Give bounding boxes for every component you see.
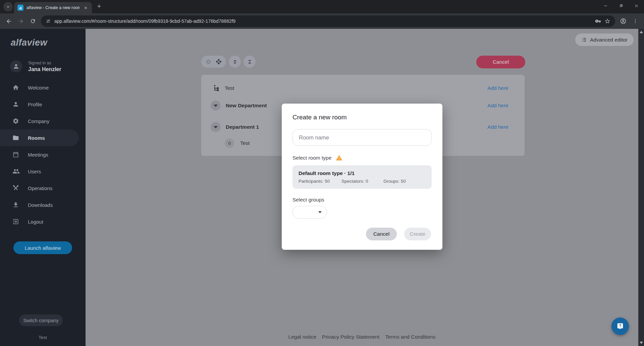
gear-icon bbox=[12, 118, 20, 124]
person-icon bbox=[13, 63, 19, 70]
browser-tabstrip: a alfaview - Create a new room bbox=[0, 0, 644, 13]
folder-icon bbox=[12, 134, 20, 141]
download-icon bbox=[12, 201, 20, 208]
window-restore-button[interactable] bbox=[613, 0, 629, 11]
sidebar-item-label: Rooms bbox=[28, 135, 45, 141]
room-name-input[interactable] bbox=[292, 129, 432, 146]
home-icon bbox=[12, 84, 20, 91]
groups-stat: Groups: 50 bbox=[383, 179, 406, 184]
window-controls bbox=[598, 0, 644, 11]
window-close-button[interactable] bbox=[629, 0, 644, 11]
list-icon bbox=[581, 37, 587, 43]
sidebar-item-label: Downloads bbox=[28, 202, 53, 208]
alfaview-logo: alfaview bbox=[11, 38, 47, 48]
advanced-editor-label: Advanced editor bbox=[590, 37, 628, 43]
company-name: Test bbox=[0, 335, 86, 340]
back-button[interactable] bbox=[3, 15, 15, 27]
user-avatar bbox=[10, 60, 22, 72]
terms-link[interactable]: Terms and Conditions bbox=[385, 334, 436, 340]
alfaview-favicon: a bbox=[17, 5, 23, 11]
browser-profile-button[interactable] bbox=[617, 15, 629, 27]
launch-alfaview-button[interactable]: Launch alfaview bbox=[13, 241, 72, 254]
dialog-actions: Cancel Create bbox=[366, 228, 431, 240]
switch-company-button[interactable]: Switch company bbox=[19, 314, 63, 326]
participants-stat: Participants: 50 bbox=[299, 179, 341, 184]
sidebar-item-profile[interactable]: Profile bbox=[0, 96, 79, 113]
tab-close-icon[interactable] bbox=[83, 5, 89, 11]
participant-count-badge: 0 bbox=[225, 138, 234, 148]
chevron-down-icon bbox=[214, 126, 218, 128]
calendar-icon bbox=[12, 151, 20, 158]
site-info-icon[interactable] bbox=[46, 18, 51, 24]
scroll-up-arrow[interactable] bbox=[640, 31, 643, 33]
privacy-policy-link[interactable]: Privacy Policy Statement bbox=[322, 334, 379, 340]
footer-links: Legal notice Privacy Policy Statement Te… bbox=[86, 334, 638, 340]
forward-button[interactable] bbox=[15, 15, 27, 27]
tree-toolbar bbox=[201, 56, 256, 68]
plus-icon bbox=[97, 4, 102, 9]
dialog-cancel-button[interactable]: Cancel bbox=[366, 228, 397, 240]
tree-root-label: Test bbox=[225, 85, 234, 91]
sidebar-item-welcome[interactable]: Welcome bbox=[0, 79, 79, 96]
url-text: app.alfaview.com/#/room-structure/add/ro… bbox=[54, 18, 592, 24]
groups-dropdown[interactable] bbox=[292, 206, 327, 219]
room-structure-editor: Advanced editor Cancel Test Add here bbox=[86, 29, 638, 346]
dialog-create-button[interactable]: Create bbox=[404, 228, 431, 240]
sidebar-item-label: Meetings bbox=[28, 152, 48, 158]
collapse-department-button[interactable] bbox=[211, 122, 221, 132]
sidebar-item-label: Company bbox=[28, 118, 49, 124]
move-icon[interactable] bbox=[216, 59, 222, 65]
collapse-all-button[interactable] bbox=[244, 56, 256, 68]
tree-toolbar-pill bbox=[201, 56, 226, 68]
page: alfaview Signed in as Jana Henzler Welco… bbox=[0, 29, 644, 346]
reload-button[interactable] bbox=[27, 15, 39, 27]
sidebar-item-logout[interactable]: Logout bbox=[0, 213, 79, 230]
window-minimize-button[interactable] bbox=[598, 0, 613, 11]
svg-text:?: ? bbox=[619, 324, 621, 328]
bookmark-star-icon[interactable] bbox=[604, 18, 610, 24]
hierarchy-icon bbox=[213, 85, 220, 92]
unfold-less-icon bbox=[247, 59, 253, 65]
new-tab-button[interactable] bbox=[97, 4, 102, 10]
sidebar-item-label: Welcome bbox=[28, 85, 49, 91]
sidebar-item-downloads[interactable]: Downloads bbox=[0, 196, 79, 213]
add-here-link[interactable]: Add here bbox=[487, 124, 508, 130]
sidebar-item-company[interactable]: Company bbox=[0, 113, 79, 129]
help-bubble-icon: ? bbox=[616, 322, 625, 331]
browser-tab[interactable]: a alfaview - Create a new room bbox=[14, 2, 92, 13]
editor-cancel-button[interactable]: Cancel bbox=[476, 56, 525, 68]
add-here-link[interactable]: Add here bbox=[487, 85, 508, 91]
sidebar-item-rooms[interactable]: Rooms bbox=[0, 129, 79, 146]
add-here-link[interactable]: Add here bbox=[487, 103, 508, 109]
legal-notice-link[interactable]: Legal notice bbox=[288, 334, 317, 340]
chevron-down-icon bbox=[214, 105, 218, 107]
browser-menu-button[interactable] bbox=[629, 15, 641, 27]
sidebar-nav: Welcome Profile Company Rooms Meetings bbox=[0, 79, 79, 230]
settings-gear-icon[interactable] bbox=[206, 59, 211, 65]
scroll-down-arrow[interactable] bbox=[640, 342, 643, 344]
sidebar-item-label: Operations bbox=[28, 185, 52, 191]
collapse-department-button[interactable] bbox=[211, 101, 221, 111]
dialog-title: Create a new room bbox=[292, 114, 432, 121]
sidebar-item-meetings[interactable]: Meetings bbox=[0, 146, 79, 163]
tab-search-button[interactable] bbox=[3, 2, 13, 11]
page-scrollbar[interactable] bbox=[638, 29, 644, 346]
sidebar-item-label: Logout bbox=[28, 219, 43, 225]
select-groups-label: Select groups bbox=[292, 197, 432, 203]
sidebar-item-users[interactable]: Users bbox=[0, 163, 79, 180]
password-key-icon[interactable] bbox=[595, 18, 601, 24]
sidebar-item-operations[interactable]: Operations bbox=[0, 180, 79, 196]
tree-row-root[interactable]: Test Add here bbox=[201, 83, 525, 94]
create-room-dialog: Create a new room Select room type Defau… bbox=[282, 104, 442, 250]
sidebar-item-label: Users bbox=[28, 169, 41, 174]
room-type-stats: Participants: 50 Spectators: 0 Groups: 5… bbox=[299, 179, 426, 184]
help-button[interactable]: ? bbox=[611, 318, 629, 335]
expand-all-button[interactable] bbox=[229, 56, 241, 68]
chevron-down-icon bbox=[318, 211, 322, 213]
address-bar[interactable]: app.alfaview.com/#/room-structure/add/ro… bbox=[41, 15, 615, 27]
sidebar-item-label: Profile bbox=[28, 102, 42, 107]
logout-icon bbox=[12, 218, 20, 225]
advanced-editor-button[interactable]: Advanced editor bbox=[575, 34, 634, 46]
room-type-option[interactable]: Default room type · 1/1 Participants: 50… bbox=[292, 165, 432, 189]
department-label: New Department bbox=[226, 103, 267, 109]
